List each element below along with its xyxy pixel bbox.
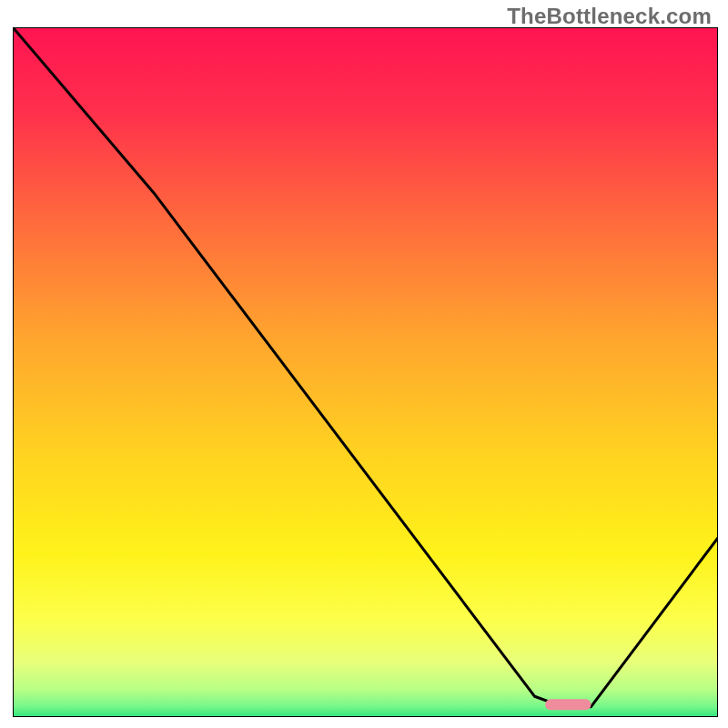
watermark-label: TheBottleneck.com (507, 4, 712, 29)
bottleneck-chart (13, 27, 718, 717)
optimal-range-marker (545, 699, 591, 710)
gradient-background (13, 27, 718, 717)
chart-stage: TheBottleneck.com (0, 0, 728, 728)
